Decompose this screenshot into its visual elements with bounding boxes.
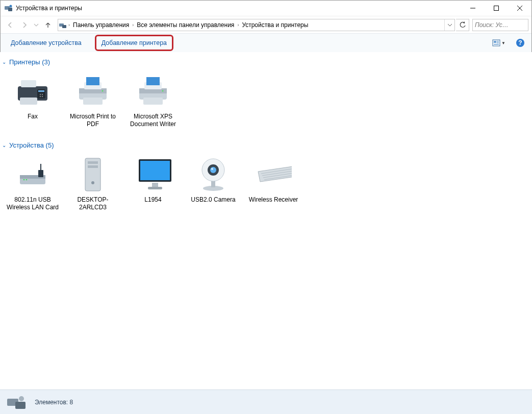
svg-rect-12 xyxy=(497,42,499,43)
group-title: Принтеры (3) xyxy=(9,58,50,66)
svg-rect-65 xyxy=(15,402,26,409)
status-bar: Элементов: 8 xyxy=(0,389,532,414)
close-button[interactable] xyxy=(508,1,531,16)
device-item-webcam[interactable]: USB2.0 Camera xyxy=(186,153,241,214)
svg-rect-45 xyxy=(88,161,98,164)
command-toolbar: Добавление устройства Добавление принтер… xyxy=(1,33,531,53)
group-header-devices[interactable]: ⌄ Устройства (5) xyxy=(0,135,532,151)
maximize-button[interactable] xyxy=(485,1,508,16)
minimize-button[interactable] xyxy=(461,1,485,16)
fax-icon xyxy=(14,73,51,110)
address-bar[interactable]: › Панель управления › Все элементы панел… xyxy=(58,19,455,31)
nav-history-dropdown[interactable] xyxy=(32,18,40,32)
monitor-icon xyxy=(135,156,171,193)
svg-point-47 xyxy=(91,181,94,184)
svg-rect-39 xyxy=(38,170,43,177)
svg-rect-17 xyxy=(21,80,36,87)
printer-icon xyxy=(135,73,171,110)
svg-point-22 xyxy=(42,94,43,95)
svg-rect-11 xyxy=(497,41,499,42)
device-label: Wireless Receiver xyxy=(249,196,298,204)
svg-rect-34 xyxy=(146,77,160,85)
nav-up-button[interactable] xyxy=(41,18,55,32)
breadcrumb-root[interactable]: Панель управления xyxy=(71,19,131,31)
app-icon xyxy=(5,4,13,12)
refresh-button[interactable] xyxy=(456,19,469,31)
svg-rect-13 xyxy=(494,44,499,45)
device-item-print-pdf[interactable]: Microsoft Print to PDF xyxy=(65,70,120,131)
svg-point-42 xyxy=(26,179,28,181)
chevron-right-icon: › xyxy=(236,22,240,28)
device-item-fax[interactable]: Fax xyxy=(5,70,60,131)
svg-rect-8 xyxy=(62,25,66,28)
content-area: ⌄ Принтеры (3) Fax Microsoft Print to PD… xyxy=(0,52,532,389)
group-header-printers[interactable]: ⌄ Принтеры (3) xyxy=(0,52,532,68)
address-row: › Панель управления › Все элементы панел… xyxy=(1,16,531,33)
search-placeholder: Поиск: Ус… xyxy=(475,21,509,29)
svg-rect-50 xyxy=(152,183,158,187)
location-icon xyxy=(58,21,67,29)
svg-rect-10 xyxy=(494,41,496,43)
svg-rect-4 xyxy=(494,6,499,11)
device-label: Microsoft XPS Document Writer xyxy=(126,113,180,128)
device-item-keyboard[interactable]: Wireless Receiver xyxy=(246,153,301,214)
nav-back-button[interactable] xyxy=(4,18,17,32)
svg-rect-51 xyxy=(148,187,162,189)
group-title: Устройства (5) xyxy=(9,141,54,149)
breadcrumb-mid[interactable]: Все элементы панели управления xyxy=(135,19,236,31)
svg-point-24 xyxy=(42,96,43,97)
device-item-xps-writer[interactable]: Microsoft XPS Document Writer xyxy=(125,70,181,131)
svg-rect-29 xyxy=(83,98,103,105)
svg-rect-19 xyxy=(38,90,44,92)
device-item-nic[interactable]: 802.11n USB Wireless LAN Card xyxy=(5,153,60,214)
svg-rect-1 xyxy=(8,8,12,11)
svg-rect-20 xyxy=(20,98,37,105)
device-item-monitor[interactable]: L1954 xyxy=(125,153,181,214)
device-label: DESKTOP-2ARLCD3 xyxy=(66,196,119,211)
help-button[interactable]: ? xyxy=(513,37,527,49)
chevron-down-icon: ⌄ xyxy=(2,59,6,65)
title-bar: Устройства и принтеры xyxy=(1,1,531,16)
svg-point-2 xyxy=(10,5,12,8)
network-card-icon xyxy=(14,156,51,193)
svg-point-66 xyxy=(19,396,24,401)
status-count: Элементов: 8 xyxy=(35,399,73,406)
breadcrumb-leaf[interactable]: Устройства и принтеры xyxy=(240,19,310,31)
device-label: Microsoft Print to PDF xyxy=(66,113,119,128)
printers-items: Fax Microsoft Print to PDF Microsoft XPS… xyxy=(0,68,532,135)
printer-icon xyxy=(74,73,111,110)
svg-point-21 xyxy=(40,94,41,95)
search-input[interactable]: Поиск: Ус… xyxy=(472,19,528,31)
svg-point-57 xyxy=(210,167,216,173)
device-item-desktop[interactable]: DESKTOP-2ARLCD3 xyxy=(65,153,120,214)
device-label: USB2.0 Camera xyxy=(191,196,235,204)
svg-rect-35 xyxy=(143,98,163,105)
svg-rect-28 xyxy=(86,77,99,85)
svg-point-23 xyxy=(40,96,41,97)
svg-point-36 xyxy=(162,90,164,92)
add-printer-button[interactable]: Добавление принтера xyxy=(95,35,173,51)
keyboard-icon xyxy=(255,156,292,193)
pc-tower-icon xyxy=(74,156,111,193)
view-options-button[interactable]: ▼ xyxy=(492,37,506,49)
device-label: L1954 xyxy=(144,196,161,204)
chevron-down-icon: ⌄ xyxy=(2,142,6,148)
svg-point-41 xyxy=(23,179,25,181)
device-label: Fax xyxy=(28,113,38,120)
chevron-right-icon: › xyxy=(131,22,135,28)
webcam-icon xyxy=(195,156,232,193)
devices-items: 802.11n USB Wireless LAN Card DESKTOP-2A… xyxy=(0,151,532,218)
nav-forward-button[interactable] xyxy=(18,18,31,32)
svg-rect-46 xyxy=(88,165,98,168)
window-title: Устройства и принтеры xyxy=(16,5,461,12)
chevron-right-icon: › xyxy=(67,22,71,28)
svg-point-30 xyxy=(102,90,104,92)
svg-point-58 xyxy=(211,168,213,170)
status-devices-icon xyxy=(6,393,28,411)
add-device-button[interactable]: Добавление устройства xyxy=(5,35,88,51)
device-label: 802.11n USB Wireless LAN Card xyxy=(6,196,59,211)
svg-text:?: ? xyxy=(518,39,522,46)
svg-rect-49 xyxy=(140,161,170,180)
address-dropdown[interactable] xyxy=(444,19,454,31)
